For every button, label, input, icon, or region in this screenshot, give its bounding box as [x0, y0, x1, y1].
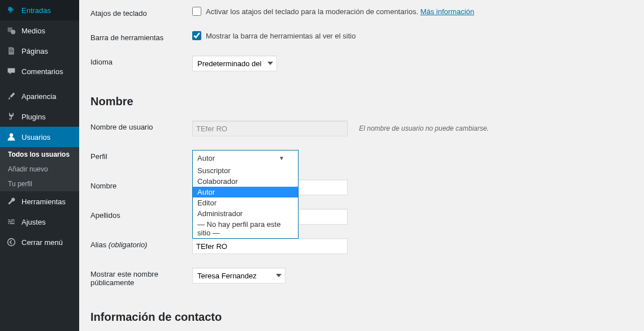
- displayname-select[interactable]: Teresa Fernandez: [192, 268, 286, 283]
- role-option[interactable]: Colaborador: [193, 176, 298, 187]
- sidebar-item-pages[interactable]: Páginas: [0, 41, 79, 61]
- language-select[interactable]: Predeterminado del sitio: [192, 55, 277, 71]
- alias-input[interactable]: [192, 238, 348, 254]
- svg-point-0: [11, 29, 15, 34]
- row-firstname: Nombre: [90, 173, 633, 202]
- row-lastname: Apellidos: [90, 202, 633, 231]
- sidebar-item-settings[interactable]: Ajustes: [0, 212, 79, 232]
- pin-icon: [6, 5, 17, 16]
- sidebar-label: Comentarios: [21, 67, 63, 76]
- toolbar-checkbox[interactable]: [192, 31, 201, 40]
- main-content: Atajos de teclado Activar los atajos del…: [79, 0, 644, 331]
- sidebar-label: Apariencia: [21, 92, 56, 101]
- firstname-label: Nombre: [90, 179, 192, 190]
- sidebar-item-posts[interactable]: Entradas: [0, 0, 79, 20]
- wrench-icon: [6, 196, 17, 207]
- sidebar-label: Medios: [21, 27, 45, 35]
- row-alias: Alias (obligatorio): [90, 231, 633, 261]
- sidebar-item-tools[interactable]: Herramientas: [0, 191, 79, 212]
- admin-sidebar: Entradas Medios Páginas Comentarios Apar…: [0, 0, 79, 331]
- submenu-profile[interactable]: Tu perfil: [0, 177, 79, 191]
- sidebar-item-users[interactable]: Usuarios: [0, 127, 79, 147]
- shortcuts-link[interactable]: Más información: [420, 7, 474, 16]
- sidebar-item-media[interactable]: Medios: [0, 20, 79, 41]
- sidebar-label: Usuarios: [21, 133, 50, 141]
- svg-point-1: [10, 134, 13, 137]
- language-label: Idioma: [90, 55, 192, 66]
- sidebar-label: Entradas: [21, 6, 51, 15]
- submenu-all-users[interactable]: Todos los usuarios: [0, 147, 79, 162]
- sidebar-item-plugins[interactable]: Plugins: [0, 106, 79, 127]
- alias-label: Alias (obligatorio): [90, 238, 192, 249]
- toolbar-label: Barra de herramientas: [90, 31, 192, 42]
- username-label: Nombre de usuario: [90, 121, 192, 131]
- sidebar-label: Cerrar menú: [21, 238, 63, 247]
- chevron-down-icon: ▼: [279, 155, 284, 161]
- media-icon: [6, 25, 17, 36]
- sidebar-label: Plugins: [21, 113, 46, 121]
- shortcuts-label: Atajos de teclado: [90, 7, 192, 18]
- row-username: Nombre de usuario El nombre de usuario n…: [90, 114, 633, 143]
- role-option[interactable]: Editor: [193, 197, 298, 208]
- role-option[interactable]: — No hay perfil para este sitio —: [193, 219, 298, 238]
- lastname-label: Apellidos: [90, 209, 192, 220]
- sidebar-label: Herramientas: [21, 197, 66, 206]
- section-contact-heading: Información de contacto: [90, 311, 633, 324]
- collapse-icon: [6, 237, 17, 248]
- sidebar-item-appearance[interactable]: Apariencia: [0, 86, 79, 106]
- sidebar-label: Ajustes: [21, 218, 46, 226]
- sliders-icon: [6, 216, 17, 227]
- user-icon: [6, 131, 17, 143]
- role-dropdown-list: Suscriptor Colaborador Autor Editor Admi…: [192, 165, 299, 239]
- page-icon: [6, 45, 17, 57]
- row-shortcuts: Atajos de teclado Activar los atajos del…: [90, 0, 633, 24]
- row-language: Idioma Predeterminado del sitio: [90, 49, 633, 78]
- sidebar-label: Páginas: [21, 47, 48, 55]
- sidebar-item-collapse[interactable]: Cerrar menú: [0, 232, 79, 252]
- plug-icon: [6, 111, 17, 122]
- shortcuts-text: Activar los atajos del teclado para la m…: [206, 7, 474, 16]
- toolbar-text: Mostrar la barra de herramientas al ver …: [206, 32, 356, 40]
- row-toolbar: Barra de herramientas Mostrar la barra d…: [90, 24, 633, 49]
- users-submenu: Todos los usuarios Añadir nuevo Tu perfi…: [0, 147, 79, 191]
- username-input: [192, 121, 348, 136]
- role-option[interactable]: Autor: [193, 187, 298, 197]
- username-hint: El nombre de usuario no puede cambiarse.: [359, 124, 489, 132]
- role-option[interactable]: Suscriptor: [193, 165, 298, 176]
- shortcuts-checkbox[interactable]: [192, 7, 201, 16]
- comment-icon: [6, 66, 17, 77]
- submenu-add-new[interactable]: Añadir nuevo: [0, 162, 79, 177]
- role-label: Perfil: [90, 150, 192, 161]
- role-option[interactable]: Administrador: [193, 208, 298, 219]
- row-role: Perfil Autor ▼ Suscriptor Colaborador Au…: [90, 143, 633, 173]
- row-displayname: Mostrar este nombre públicamente Teresa …: [90, 261, 633, 294]
- svg-point-2: [8, 239, 15, 246]
- displayname-label: Mostrar este nombre públicamente: [90, 268, 192, 287]
- brush-icon: [6, 91, 17, 102]
- role-select[interactable]: Autor ▼ Suscriptor Colaborador Autor Edi…: [192, 150, 299, 166]
- sidebar-item-comments[interactable]: Comentarios: [0, 61, 79, 81]
- section-name-heading: Nombre: [90, 95, 633, 108]
